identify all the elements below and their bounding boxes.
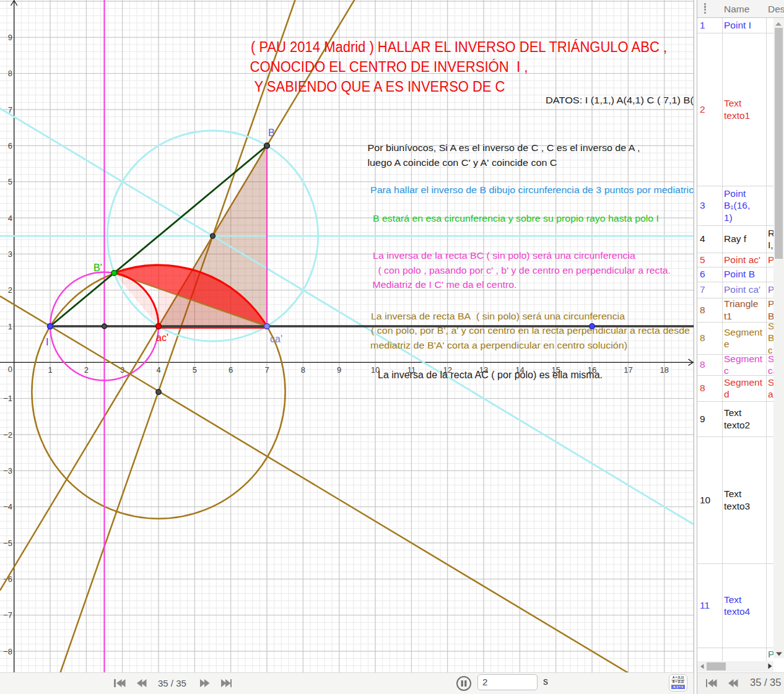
svg-text:Por biunívocos, Si A es el inv: Por biunívocos, Si A es el inverso de C … <box>368 142 640 153</box>
svg-text:4: 4 <box>156 365 160 375</box>
svg-text:3: 3 <box>8 249 12 259</box>
svg-text:Mediatriz de I C' me da el cen: Mediatriz de I C' me da el centro. <box>373 279 517 290</box>
svg-text:−7: −7 <box>3 610 12 620</box>
svg-text:( con polo, por B', a' y con c: ( con polo, por B', a' y con centro en l… <box>371 325 690 336</box>
svg-text:ac': ac' <box>156 332 168 343</box>
svg-text:8: 8 <box>8 69 12 78</box>
svg-text:5: 5 <box>8 177 12 186</box>
svg-text:−8: −8 <box>3 647 12 656</box>
svg-text:2: 2 <box>8 285 12 295</box>
svg-text:6: 6 <box>229 365 233 375</box>
svg-text:B: B <box>268 128 275 138</box>
svg-text:−1: −1 <box>3 394 12 403</box>
svg-text:B estará en esa circunferencia: B estará en esa circunferencia y sobre s… <box>373 213 659 223</box>
svg-text:Para hallar el inverso de B di: Para hallar el inverso de B dibujo circu… <box>370 184 694 195</box>
svg-text:I: I <box>46 337 48 347</box>
svg-text:mediatriz de B'A' corta a perp: mediatriz de B'A' corta a perpendicular … <box>370 340 627 350</box>
svg-text:B': B' <box>94 262 102 273</box>
svg-text:La inversa de recta BA ( sin: La inversa de recta BA ( sin polo) será … <box>371 311 625 321</box>
svg-text:( con polo , pasando por c' ,: ( con polo , pasando por c' , b' y de ce… <box>375 265 671 275</box>
svg-text:8: 8 <box>301 365 305 375</box>
svg-text:Y SABIENDO QUE A ES INVERSO DE: Y SABIENDO QUE A ES INVERSO DE C <box>255 79 505 95</box>
svg-text:1: 1 <box>8 322 12 331</box>
svg-text:La inversa de la recta AC ( po: La inversa de la recta AC ( por polo) es… <box>378 370 603 380</box>
svg-text:La inversa de la recta BC ( si: La inversa de la recta BC ( sin polo) se… <box>373 250 635 261</box>
svg-text:17: 17 <box>624 365 632 375</box>
svg-text:1: 1 <box>48 365 52 375</box>
svg-text:4: 4 <box>8 214 12 223</box>
svg-text:luego A coincide con C' y A' c: luego A coincide con C' y A' coincide co… <box>368 157 557 168</box>
svg-text:ca': ca' <box>270 334 282 344</box>
svg-text:5: 5 <box>193 365 197 375</box>
svg-text:7: 7 <box>264 365 269 375</box>
svg-text:0: 0 <box>8 365 12 374</box>
svg-text:−5: −5 <box>3 539 12 548</box>
svg-text:−2: −2 <box>3 430 12 440</box>
svg-text:CONOCIDO EL CENTRO DE INVERSIÓ: CONOCIDO EL CENTRO DE INVERSIÓN I , <box>250 59 528 75</box>
svg-text:6: 6 <box>8 141 12 150</box>
svg-text:9: 9 <box>337 365 341 375</box>
svg-text:9: 9 <box>8 33 12 42</box>
svg-text:DATOS: I (1,1,) A(4,1) C ( 7,1: DATOS: I (1,1,) A(4,1) C ( 7,1) B(7,6) <box>546 95 694 105</box>
svg-text:−4: −4 <box>3 502 12 511</box>
svg-text:−3: −3 <box>3 466 12 475</box>
svg-text:2: 2 <box>84 365 89 375</box>
svg-text:18: 18 <box>660 365 668 375</box>
svg-text:( PAU 2014 Madrid ) HALLAR EL: ( PAU 2014 Madrid ) HALLAR EL INVERSO DE… <box>251 39 667 55</box>
